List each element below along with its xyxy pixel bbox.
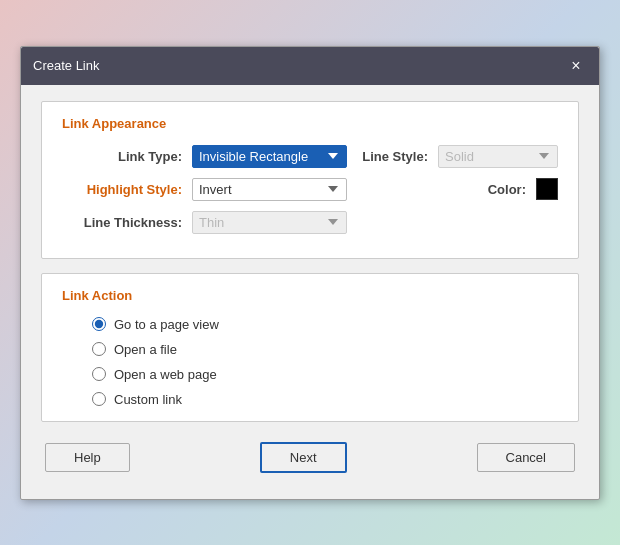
color-swatch[interactable] xyxy=(536,178,558,200)
line-thickness-select[interactable]: Thin Medium Thick xyxy=(192,211,347,234)
action-section-title: Link Action xyxy=(62,288,558,303)
radio-custom-link-label: Custom link xyxy=(114,392,182,407)
radio-go-to-page-label: Go to a page view xyxy=(114,317,219,332)
create-link-dialog: Create Link × Link Appearance Link Type:… xyxy=(20,46,600,500)
radio-open-file-label: Open a file xyxy=(114,342,177,357)
highlight-style-row: Highlight Style: Invert None Outline Ins… xyxy=(62,178,558,201)
line-style-label: Line Style: xyxy=(362,149,438,164)
radio-open-web-label: Open a web page xyxy=(114,367,217,382)
help-button[interactable]: Help xyxy=(45,443,130,472)
appearance-section-title: Link Appearance xyxy=(62,116,558,131)
color-label: Color: xyxy=(466,182,536,197)
link-appearance-section: Link Appearance Link Type: Invisible Rec… xyxy=(41,101,579,259)
dialog-title: Create Link xyxy=(33,58,99,73)
line-style-select[interactable]: Solid Dashed Underline xyxy=(438,145,558,168)
radio-open-file[interactable]: Open a file xyxy=(92,342,558,357)
link-type-label: Link Type: xyxy=(62,149,192,164)
radio-go-to-page[interactable]: Go to a page view xyxy=(92,317,558,332)
cancel-button[interactable]: Cancel xyxy=(477,443,575,472)
button-row: Help Next Cancel xyxy=(41,436,579,483)
highlight-style-label: Highlight Style: xyxy=(62,182,192,197)
line-thickness-row: Line Thickness: Thin Medium Thick xyxy=(62,211,558,234)
radio-open-web[interactable]: Open a web page xyxy=(92,367,558,382)
line-thickness-label: Line Thickness: xyxy=(62,215,192,230)
action-radio-group: Go to a page view Open a file Open a web… xyxy=(62,317,558,407)
radio-custom-link[interactable]: Custom link xyxy=(92,392,558,407)
highlight-style-select[interactable]: Invert None Outline Inset xyxy=(192,178,347,201)
dialog-body: Link Appearance Link Type: Invisible Rec… xyxy=(21,85,599,499)
link-type-select[interactable]: Invisible Rectangle Visible Rectangle xyxy=(192,145,347,168)
link-action-section: Link Action Go to a page view Open a fil… xyxy=(41,273,579,422)
next-button[interactable]: Next xyxy=(260,442,347,473)
link-type-row: Link Type: Invisible Rectangle Visible R… xyxy=(62,145,558,168)
close-button[interactable]: × xyxy=(565,55,587,77)
title-bar: Create Link × xyxy=(21,47,599,85)
